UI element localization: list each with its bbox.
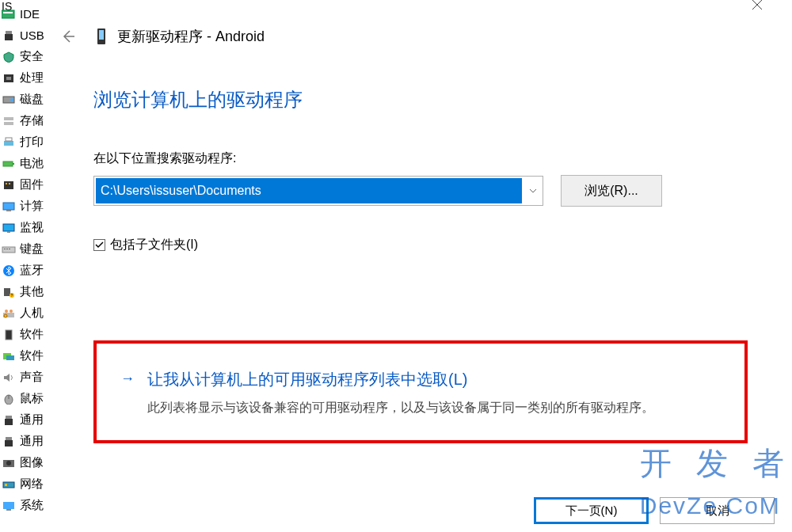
svg-rect-14 — [4, 181, 13, 189]
sidebar-item-storage[interactable]: 存储 — [0, 110, 49, 131]
dialog-header: 更新驱动程序 - Android — [49, 0, 792, 49]
computer-icon — [1, 200, 17, 214]
sidebar-item-battery[interactable]: 电池 — [0, 153, 49, 174]
svg-rect-26 — [4, 288, 10, 296]
sidebar-item-printer[interactable]: 打印 — [0, 131, 49, 153]
cpu-icon — [1, 71, 17, 86]
sidebar-item-hid[interactable]: 人机 — [0, 302, 49, 324]
sidebar-item-keyboard[interactable]: 键盘 — [0, 238, 49, 260]
sidebar-item-network[interactable]: 网络 — [0, 473, 49, 495]
keyboard-icon — [1, 242, 17, 256]
chevron-down-icon — [529, 188, 537, 193]
firmware-icon — [1, 178, 17, 192]
image-icon — [1, 456, 17, 470]
sidebar-item-usb[interactable]: USB — [0, 25, 49, 46]
sidebar-item-cpu[interactable]: 处理 — [0, 67, 49, 89]
svg-rect-13 — [13, 163, 14, 165]
system-icon — [1, 499, 17, 513]
pick-description: 此列表将显示与该设备兼容的可用驱动程序，以及与该设备属于同一类别的所有驱动程序。 — [147, 397, 721, 418]
pick-from-list-option[interactable]: → 让我从计算机上的可用驱动程序列表中选取(L) 此列表将显示与该设备兼容的可用… — [120, 369, 721, 418]
path-combobox[interactable]: C:\Users\issuser\Documents — [93, 176, 543, 206]
sidebar-item-software2[interactable]: 软件 — [0, 345, 49, 367]
svg-rect-15 — [6, 183, 7, 184]
sidebar-item-mouse[interactable]: 鼠标 — [0, 388, 49, 409]
pick-from-list-option-highlight: → 让我从计算机上的可用驱动程序列表中选取(L) 此列表将显示与该设备兼容的可用… — [93, 340, 748, 443]
path-input[interactable]: C:\Users\issuser\Documents — [96, 178, 522, 203]
generic2-icon — [1, 435, 17, 449]
svg-rect-17 — [3, 203, 14, 210]
close-button[interactable] — [741, 0, 773, 16]
svg-rect-2 — [6, 31, 12, 34]
sidebar-item-computer[interactable]: 计算 — [0, 196, 49, 217]
software-icon — [1, 328, 17, 342]
pick-title: 让我从计算机上的可用驱动程序列表中选取(L) — [147, 369, 721, 390]
svg-rect-20 — [7, 231, 10, 233]
bluetooth-icon — [1, 264, 17, 278]
include-subfolders-row[interactable]: 包括子文件夹(I) — [93, 237, 748, 253]
path-dropdown-button[interactable] — [524, 176, 543, 206]
dialog-footer: 下一页(N) 取消 — [49, 497, 792, 532]
arrow-right-icon: → — [120, 369, 135, 387]
svg-rect-10 — [4, 141, 13, 146]
other-icon: ? — [1, 285, 17, 299]
sound-icon — [1, 370, 17, 385]
svg-rect-40 — [6, 437, 12, 440]
next-button[interactable]: 下一页(N) — [534, 497, 649, 524]
cancel-button[interactable]: 取消 — [660, 497, 775, 524]
device-icon — [92, 27, 111, 46]
battery-icon — [1, 157, 17, 171]
svg-rect-49 — [99, 30, 104, 40]
svg-rect-23 — [6, 249, 8, 249]
update-driver-wizard: 更新驱动程序 - Android 浏览计算机上的驱动程序 在以下位置搜索驱动程序… — [49, 0, 792, 532]
svg-rect-47 — [6, 509, 11, 511]
sidebar-item-bluetooth[interactable]: 蓝牙 — [0, 260, 49, 281]
sidebar-item-image[interactable]: 图像 — [0, 452, 49, 473]
ide-icon — [1, 7, 17, 21]
svg-rect-8 — [4, 117, 13, 120]
sidebar-item-other[interactable]: ?其他 — [0, 281, 49, 302]
svg-point-43 — [6, 461, 11, 466]
printer-icon — [1, 135, 17, 150]
svg-rect-24 — [9, 249, 10, 249]
svg-rect-45 — [5, 484, 7, 486]
dialog-content: 浏览计算机上的驱动程序 在以下位置搜索驱动程序: C:\Users\issuse… — [49, 49, 792, 443]
disk-icon — [1, 93, 17, 107]
svg-rect-18 — [6, 210, 11, 211]
sidebar-item-generic[interactable]: 通用 — [0, 409, 49, 431]
sidebar-item-ide[interactable]: IDE — [0, 3, 49, 25]
svg-rect-39 — [5, 419, 13, 425]
sidebar-item-sound[interactable]: 声音 — [0, 367, 49, 388]
checkmark-icon — [95, 241, 104, 249]
close-icon — [752, 0, 763, 10]
usb-icon — [1, 28, 17, 43]
svg-point-32 — [4, 314, 7, 317]
include-subfolders-checkbox[interactable] — [93, 239, 105, 251]
svg-rect-46 — [3, 502, 14, 509]
hid-icon — [1, 306, 17, 321]
svg-rect-21 — [2, 247, 15, 253]
monitor-icon — [1, 221, 17, 235]
sidebar-item-disk[interactable]: 磁盘 — [0, 89, 49, 110]
back-button[interactable] — [55, 24, 81, 49]
sidebar-item-security[interactable]: 安全 — [0, 46, 49, 67]
back-arrow-icon — [60, 28, 76, 44]
svg-text:?: ? — [11, 293, 13, 298]
svg-rect-3 — [5, 34, 13, 40]
svg-point-31 — [10, 310, 13, 313]
svg-rect-41 — [5, 440, 13, 446]
search-label: 在以下位置搜索驱动程序: — [93, 150, 748, 167]
sidebar-item-monitor[interactable]: 监视 — [0, 217, 49, 238]
svg-rect-5 — [6, 77, 11, 80]
network-icon — [1, 477, 17, 492]
mouse-icon — [1, 392, 17, 406]
sidebar-item-firmware[interactable]: 固件 — [0, 174, 49, 196]
sidebar-item-software[interactable]: 软件 — [0, 324, 49, 345]
sidebar-item-system[interactable]: 系统 — [0, 495, 49, 516]
storage-icon — [1, 114, 17, 128]
sidebar-item-generic2[interactable]: 通用 — [0, 431, 49, 452]
svg-rect-12 — [3, 162, 13, 166]
browse-button[interactable]: 浏览(R)... — [561, 175, 662, 207]
svg-rect-9 — [4, 122, 13, 125]
generic-icon — [1, 413, 17, 428]
svg-rect-38 — [6, 416, 12, 419]
